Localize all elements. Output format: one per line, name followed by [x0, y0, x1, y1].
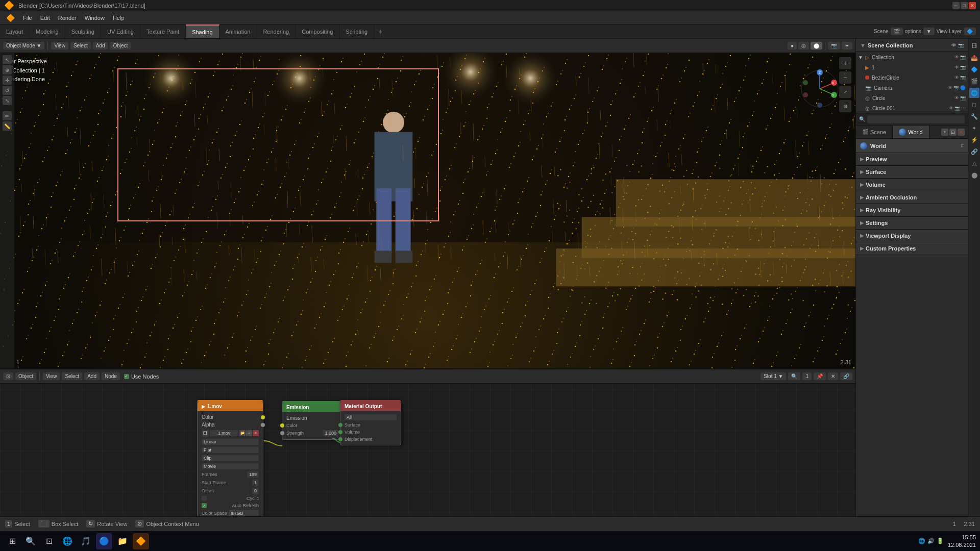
new-file-btn[interactable]: + [246, 430, 252, 436]
menu-edit[interactable]: Edit [36, 14, 54, 22]
tab-scripting[interactable]: Scripting [339, 24, 374, 38]
zoom-out-btn[interactable]: − [839, 71, 851, 84]
custom-properties-header[interactable]: ▶ Custom Properties [856, 242, 968, 255]
blender-taskbar[interactable]: 🔶 [133, 533, 149, 549]
file-explorer[interactable]: 📁 [114, 533, 131, 549]
start-frame-value[interactable]: 1 [252, 480, 259, 486]
file-icon[interactable]: 🎞 [202, 430, 209, 437]
node-view-menu[interactable]: View [43, 372, 60, 380]
scene-selector[interactable]: 🎬 [891, 28, 903, 35]
interpolation-dropdown[interactable]: Linear [202, 439, 259, 445]
modifier-props-icon[interactable]: 🔧 [969, 111, 979, 121]
ambient-occlusion-header[interactable]: ▶ Ambient Occlusion [856, 191, 968, 204]
window-controls[interactable]: ─ □ ✕ [952, 2, 976, 9]
viewport-display-header[interactable]: ▶ Viewport Display [856, 230, 968, 242]
start-button[interactable]: ⊞ [4, 533, 20, 549]
camera-visibility[interactable]: 👁 [948, 85, 952, 90]
colorspace-dropdown[interactable]: sRGB [229, 510, 259, 516]
unlink-world-btn[interactable]: ✕ [958, 129, 965, 136]
emission-node[interactable]: Emission Emission Color Strength 1.000 [282, 401, 343, 440]
tree-object-camera[interactable]: 📷 Camera 👁 📷 🔵 [856, 83, 968, 93]
view-layer-props-icon[interactable]: 🔷 [969, 64, 979, 74]
cyclic-checkbox[interactable] [202, 496, 207, 501]
surface-header[interactable]: ▶ Surface [856, 166, 968, 178]
menu-file[interactable]: File [19, 14, 36, 22]
settings-header[interactable]: ▶ Settings [856, 217, 968, 229]
node-editor-type[interactable]: ⊡ [3, 372, 13, 380]
open-file-btn[interactable]: 📂 [239, 430, 246, 436]
circle001-visibility[interactable]: 👁 [949, 106, 953, 111]
menu-window[interactable]: Window [81, 14, 109, 22]
rendered-shading-btn[interactable]: ⬤ [811, 42, 822, 49]
image-texture-node[interactable]: ▶ 1.mov Color Alpha 🎞 1.mov [197, 400, 263, 516]
viewport-mode-dropdown[interactable]: Object Mode ▼ [3, 42, 44, 49]
collection-visibility-icon[interactable]: 👁 [954, 55, 959, 60]
constraints-props-icon[interactable]: 🔗 [969, 146, 979, 157]
volume-header[interactable]: ▶ Volume [856, 179, 968, 191]
bezier-render[interactable]: 📷 [960, 75, 966, 80]
scene-props-icon[interactable]: 🎬 [969, 76, 979, 86]
tree-object-1[interactable]: ▶ 1 👁 📷 [856, 62, 968, 72]
tab-uv-editing[interactable]: UV Editing [101, 24, 140, 38]
obj1-visibility[interactable]: 👁 [954, 65, 959, 70]
source-dropdown[interactable]: Movie [202, 463, 259, 469]
remove-file-btn[interactable]: ✕ [253, 430, 259, 436]
offset-value[interactable]: 0 [252, 488, 259, 494]
solid-shading-btn[interactable]: ● [788, 42, 797, 49]
autorefresh-checkbox[interactable]: ✓ [202, 503, 207, 508]
browse-world-btn[interactable]: ⊡ [949, 129, 957, 136]
menu-help[interactable]: Help [109, 14, 129, 22]
3d-viewport[interactable]: User Perspective (0) Collection | 1 Rend… [0, 53, 855, 368]
node-object-menu[interactable]: Object [15, 372, 36, 380]
file-input[interactable]: 1.mov [210, 430, 238, 436]
perspective-toggle-btn[interactable]: ⊡ [839, 100, 851, 112]
object-menu[interactable]: Object [110, 42, 131, 49]
search-input[interactable] [867, 115, 965, 123]
obj1-render[interactable]: 📷 [960, 65, 966, 70]
annotate-tool-btn[interactable]: ✏ [3, 111, 12, 120]
node-add-menu[interactable]: Add [84, 372, 100, 380]
tree-object-circle001[interactable]: ◎ Circle.001 👁 📷 ⋯ [856, 103, 968, 113]
maximize-button[interactable]: □ [961, 2, 968, 9]
tab-rendering[interactable]: Rendering [257, 24, 296, 38]
world-props-icon[interactable]: 🌐 [969, 88, 979, 98]
minimize-button[interactable]: ─ [952, 2, 960, 9]
node-link-btn[interactable]: 🔗 [840, 372, 852, 380]
tab-compositing[interactable]: Compositing [296, 24, 339, 38]
object-props-icon[interactable]: ◻ [969, 99, 979, 110]
projection-dropdown[interactable]: Flat [202, 447, 259, 453]
tree-collection[interactable]: ▼ ▷ Collection 👁 📷 [856, 52, 968, 62]
cursor-tool-btn[interactable]: ⊕ [3, 65, 12, 74]
material-all-dropdown[interactable]: All [345, 414, 397, 420]
navigation-gizmo[interactable]: X Y Z [799, 68, 840, 109]
node-close-btn[interactable]: ✕ [828, 372, 838, 380]
select-menu[interactable]: Select [70, 42, 91, 49]
add-workspace-button[interactable]: + [374, 24, 386, 38]
world-tab[interactable]: World [893, 126, 929, 138]
tab-layout[interactable]: Layout [0, 24, 30, 38]
collection-eye-icon[interactable]: 👁 [951, 43, 956, 48]
camera-btn[interactable]: 📷 [828, 42, 840, 49]
sun-btn[interactable]: ☀ [842, 42, 852, 49]
render-props-icon[interactable]: 🎞 [969, 41, 979, 51]
add-world-btn[interactable]: + [941, 129, 948, 136]
rotate-tool-btn[interactable]: ↺ [3, 86, 12, 95]
music-app[interactable]: 🎵 [78, 533, 94, 549]
collection-render-toggle[interactable]: 📷 [960, 55, 966, 60]
particles-props-icon[interactable]: ✦ [969, 123, 979, 133]
node-select-menu[interactable]: Select [62, 372, 82, 380]
tree-object-beziercircle[interactable]: BezierCircle 👁 📷 [856, 72, 968, 83]
menu-blender[interactable]: 🔶 [2, 13, 19, 23]
circle-visibility[interactable]: 👁 [954, 95, 959, 101]
measure-tool-btn[interactable]: 📏 [3, 121, 12, 131]
add-menu[interactable]: Add [93, 42, 108, 49]
node-zoom-icon[interactable]: 🔍 [788, 372, 800, 380]
material-props-icon[interactable]: ⬤ [969, 170, 979, 180]
tab-sculpting[interactable]: Sculpting [65, 24, 101, 38]
object-data-props-icon[interactable]: △ [969, 158, 979, 168]
tab-animation[interactable]: Animation [219, 24, 257, 38]
edge-browser[interactable]: 🌐 [59, 533, 76, 549]
zoom-in-btn[interactable]: + [839, 57, 851, 69]
close-button[interactable]: ✕ [969, 2, 976, 9]
output-props-icon[interactable]: 📤 [969, 53, 979, 63]
